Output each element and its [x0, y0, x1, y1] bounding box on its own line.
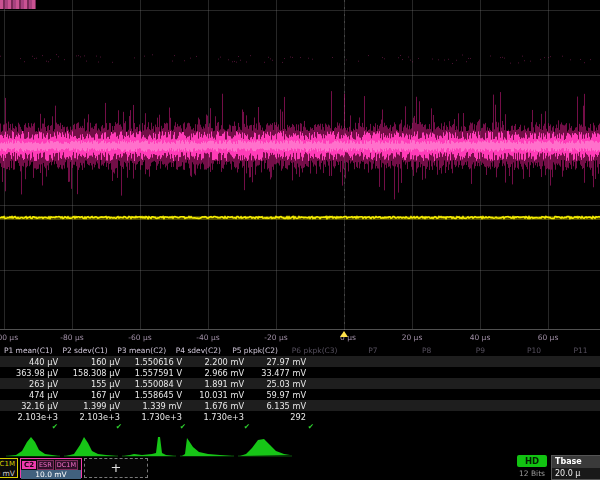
- clipped-trace-descriptor: [0, 0, 36, 9]
- param-header-p8[interactable]: P8: [400, 346, 454, 355]
- param-header-p4[interactable]: P4 sdev(C2): [170, 346, 227, 355]
- status-check-icon: ✔: [256, 422, 320, 431]
- cell-value: 25.03 mV: [248, 379, 310, 389]
- cell-value: 2.966 mV: [186, 368, 248, 378]
- cell-value: 2.200 mV: [186, 357, 248, 367]
- cell-value: 158.308 µV: [62, 368, 124, 378]
- cell-value: 474 µV: [0, 390, 62, 400]
- cell-value: 292: [248, 412, 310, 422]
- cell-value: 363.98 µV: [0, 368, 62, 378]
- c1-coupling: DC1M: [0, 459, 17, 469]
- param-header-p1[interactable]: P1 mean(C1): [0, 346, 57, 355]
- cell-value: 2.103e+3: [62, 412, 124, 422]
- table-row-status: ✔ ✔ ✔ ✔ ✔: [0, 422, 600, 431]
- cell-value: 1.550084 V: [124, 379, 186, 389]
- time-axis: -100 µs -80 µs -60 µs -40 µs -20 µs 0 µs…: [0, 330, 600, 345]
- table-row-value: 440 µV 160 µV 1.550616 V 2.200 mV 27.97 …: [0, 356, 600, 367]
- cell-value: 160 µV: [62, 357, 124, 367]
- hd-mode-badge: HD: [517, 455, 547, 467]
- cell-value: 155 µV: [62, 379, 124, 389]
- param-header-p11[interactable]: P11: [561, 346, 600, 355]
- time-tick-label: 20 µs: [402, 333, 423, 342]
- histicon-p4[interactable]: [180, 435, 234, 458]
- c2-descriptor-box[interactable]: C2 ESR DC1M 10.0 mV: [20, 458, 82, 478]
- cell-value: 10.031 mV: [186, 390, 248, 400]
- param-header-p7[interactable]: P7: [346, 346, 400, 355]
- status-check-icon: ✔: [192, 422, 256, 431]
- timebase-descriptor-box[interactable]: Tbase 20.0 µ: [551, 455, 600, 480]
- cell-value: 1.676 mV: [186, 401, 248, 411]
- hd-bits-label: 12 Bits: [513, 469, 551, 478]
- c1-descriptor-box[interactable]: DC1M 10.0 mV: [0, 458, 18, 478]
- cell-value: 2.103e+3: [0, 412, 62, 422]
- c2-process-badge: ESR: [37, 460, 54, 470]
- time-tick-label: 60 µs: [538, 333, 559, 342]
- cell-value: 59.97 mV: [248, 390, 310, 400]
- status-check-icon: ✔: [128, 422, 192, 431]
- cell-value: 1.557591 V: [124, 368, 186, 378]
- measurement-table-header: P1 mean(C1) P2 sdev(C1) P3 mean(C2) P4 s…: [0, 345, 600, 356]
- param-header-p6[interactable]: P6 pkpk(C3): [283, 346, 346, 355]
- time-tick-label: 40 µs: [470, 333, 491, 342]
- table-row-max: 474 µV 167 µV 1.558645 V 10.031 mV 59.97…: [0, 389, 600, 400]
- cell-value: 33.477 mV: [248, 368, 310, 378]
- c2-channel-label: C2: [22, 461, 36, 469]
- measurement-table: P1 mean(C1) P2 sdev(C1) P3 mean(C2) P4 s…: [0, 345, 600, 431]
- cell-value: 1.399 µV: [62, 401, 124, 411]
- waveform-display[interactable]: [0, 0, 600, 332]
- status-check-icon: ✔: [64, 422, 128, 431]
- param-header-p2[interactable]: P2 sdev(C1): [57, 346, 114, 355]
- histicon-p1[interactable]: [6, 435, 60, 458]
- cell-value: 6.135 mV: [248, 401, 310, 411]
- cell-value: 167 µV: [62, 390, 124, 400]
- table-row-sdev: 32.16 µV 1.399 µV 1.339 mV 1.676 mV 6.13…: [0, 400, 600, 411]
- time-tick-label: -100 µs: [0, 333, 18, 342]
- c1-vertical-scale: 10.0 mV: [0, 469, 17, 478]
- table-row-num: 2.103e+3 2.103e+3 1.730e+3 1.730e+3 292: [0, 411, 600, 422]
- cell-value: 1.339 mV: [124, 401, 186, 411]
- timebase-label: Tbase: [552, 456, 600, 468]
- table-row-min: 263 µV 155 µV 1.550084 V 1.891 mV 25.03 …: [0, 378, 600, 389]
- add-trace-button[interactable]: +: [84, 458, 148, 478]
- cell-value: 32.16 µV: [0, 401, 62, 411]
- time-tick-label: -20 µs: [264, 333, 287, 342]
- cell-value: 1.730e+3: [124, 412, 186, 422]
- param-header-p10[interactable]: P10: [507, 346, 561, 355]
- time-tick-label: -60 µs: [128, 333, 151, 342]
- c2-coupling-badge: DC1M: [55, 460, 78, 470]
- cell-value: 263 µV: [0, 379, 62, 389]
- time-tick-label: -40 µs: [196, 333, 219, 342]
- cell-value: 1.730e+3: [186, 412, 248, 422]
- cell-value: 440 µV: [0, 357, 62, 367]
- oscilloscope-screen: -100 µs -80 µs -60 µs -40 µs -20 µs 0 µs…: [0, 0, 600, 480]
- table-row-mean: 363.98 µV 158.308 µV 1.557591 V 2.966 mV…: [0, 367, 600, 378]
- param-header-p9[interactable]: P9: [453, 346, 507, 355]
- histicon-row: [0, 434, 600, 458]
- cell-value: 1.550616 V: [124, 357, 186, 367]
- trigger-time-marker-icon[interactable]: [340, 331, 348, 337]
- status-check-icon: ✔: [0, 422, 64, 431]
- histicon-p2[interactable]: [64, 435, 118, 458]
- c2-vertical-scale: 10.0 mV: [21, 470, 81, 479]
- cell-value: 27.97 mV: [248, 357, 310, 367]
- cell-value: 1.891 mV: [186, 379, 248, 389]
- param-header-p5[interactable]: P5 pkpk(C2): [227, 346, 284, 355]
- time-tick-label: -80 µs: [60, 333, 83, 342]
- histicon-p5[interactable]: [238, 435, 292, 458]
- timebase-value: 20.0 µ: [552, 468, 600, 480]
- histicon-p3[interactable]: [122, 435, 176, 458]
- param-header-p3[interactable]: P3 mean(C2): [113, 346, 170, 355]
- cell-value: 1.558645 V: [124, 390, 186, 400]
